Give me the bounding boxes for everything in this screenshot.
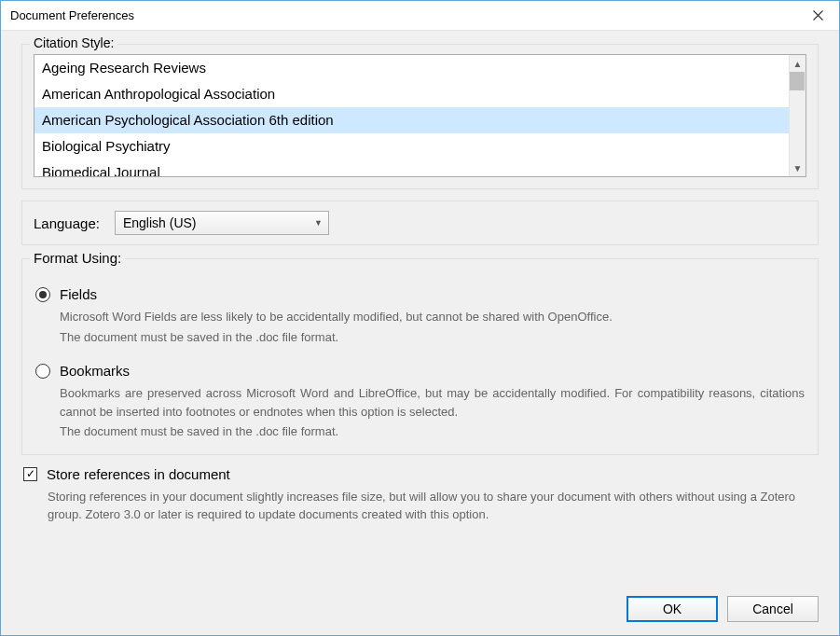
fields-option: Fields Microsoft Word Fields are less li… (35, 286, 805, 346)
language-label: Language: (34, 215, 100, 231)
style-item-selected[interactable]: American Psychological Association 6th e… (34, 107, 789, 133)
bookmarks-option: Bookmarks Bookmarks are preserved across… (35, 363, 805, 441)
store-refs-label: Store references in document (47, 466, 230, 482)
language-value: English (US) (123, 215, 197, 230)
citation-style-label: Citation Style: (30, 35, 117, 50)
citation-style-group: Citation Style: Ageing Research Reviews … (21, 44, 819, 189)
citation-style-listbox[interactable]: Ageing Research Reviews American Anthrop… (34, 54, 806, 177)
store-refs-desc: Storing references in your document slig… (48, 488, 817, 524)
cancel-button[interactable]: Cancel (727, 596, 819, 622)
bookmarks-radio[interactable] (35, 364, 50, 379)
bookmarks-radio-row[interactable]: Bookmarks (35, 363, 805, 379)
bookmarks-desc-1: Bookmarks are preserved across Microsoft… (60, 384, 805, 421)
citation-style-list-inner: Ageing Research Reviews American Anthrop… (34, 55, 789, 176)
scroll-thumb[interactable] (790, 72, 805, 90)
style-item[interactable]: Biological Psychiatry (34, 133, 789, 159)
scroll-up-arrow-icon[interactable]: ▲ (790, 55, 806, 72)
format-using-group: Format Using: Fields Microsoft Word Fiel… (21, 258, 819, 455)
chevron-down-icon: ▼ (314, 218, 323, 228)
format-using-label: Format Using: (30, 250, 125, 266)
close-icon (813, 10, 823, 21)
store-refs-checkbox[interactable] (23, 467, 37, 481)
store-refs-row[interactable]: Store references in document (23, 466, 817, 482)
ok-button[interactable]: OK (627, 596, 718, 622)
titlebar: Document Preferences (1, 1, 839, 31)
fields-desc-1: Microsoft Word Fields are less likely to… (60, 308, 805, 326)
language-row: Language: English (US) ▼ (21, 200, 819, 245)
button-row: OK Cancel (21, 583, 819, 622)
style-item[interactable]: Biomedical Journal (34, 159, 789, 177)
store-refs-section: Store references in document Storing ref… (21, 464, 819, 524)
language-dropdown[interactable]: English (US) ▼ (115, 211, 329, 235)
bookmarks-desc-2: The document must be saved in the .doc f… (60, 422, 805, 441)
bookmarks-label: Bookmarks (60, 363, 130, 379)
dialog-content: Citation Style: Ageing Research Reviews … (1, 31, 839, 635)
style-item[interactable]: American Anthropological Association (34, 81, 789, 107)
dialog-window: Document Preferences Citation Style: Age… (0, 0, 840, 636)
fields-label: Fields (60, 286, 97, 302)
fields-radio[interactable] (35, 287, 50, 302)
window-title: Document Preferences (10, 8, 134, 22)
style-item[interactable]: Ageing Research Reviews (34, 55, 789, 81)
close-button[interactable] (796, 1, 839, 31)
scrollbar[interactable]: ▲ ▼ (789, 55, 806, 176)
fields-desc-2: The document must be saved in the .doc f… (60, 328, 805, 347)
scroll-down-arrow-icon[interactable]: ▼ (790, 159, 806, 176)
fields-radio-row[interactable]: Fields (35, 286, 805, 302)
